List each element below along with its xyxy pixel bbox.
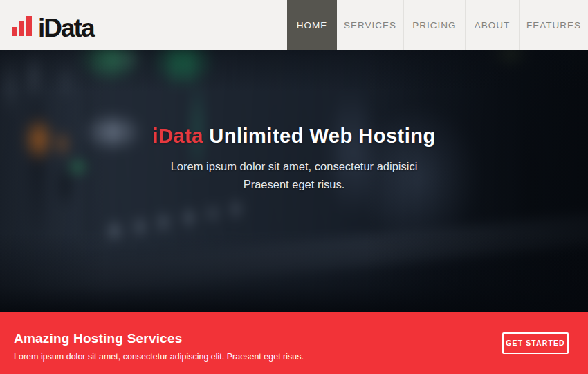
get-started-button[interactable]: GET STARTED	[502, 332, 569, 354]
hero-title-highlight: iData	[152, 125, 203, 147]
hero-subtitle-line1: Lorem ipsum dolor sit amet, consectetur …	[171, 160, 418, 172]
hero-subtitle-line2: Praesent eget risus.	[244, 178, 345, 190]
cta-banner: Amazing Hosting Services Lorem ipsum dol…	[0, 312, 588, 374]
main-nav: HOME SERVICES PRICING ABOUT FEATURES	[287, 0, 588, 50]
cta-text: Lorem ipsum dolor sit amet, consectetur …	[14, 352, 304, 362]
hero-content: iData Unlimited Web Hosting Lorem ipsum …	[0, 50, 588, 193]
hero-title-rest: Unlimited Web Hosting	[209, 125, 435, 147]
nav-item-services[interactable]: SERVICES	[337, 0, 403, 50]
nav-item-pricing[interactable]: PRICING	[403, 0, 465, 50]
nav-item-features[interactable]: FEATURES	[519, 0, 588, 50]
nav-item-about[interactable]: ABOUT	[465, 0, 519, 50]
cta-heading: Amazing Hosting Services	[14, 331, 304, 346]
site-header: iData HOME SERVICES PRICING ABOUT FEATUR…	[0, 0, 588, 50]
bar-chart-icon	[12, 16, 32, 36]
hero-subtitle: Lorem ipsum dolor sit amet, consectetur …	[0, 157, 588, 193]
cta-copy: Amazing Hosting Services Lorem ipsum dol…	[14, 324, 304, 362]
hero-section: iData Unlimited Web Hosting Lorem ipsum …	[0, 50, 588, 312]
nav-item-home[interactable]: HOME	[287, 0, 337, 50]
brand-name: iData	[38, 15, 93, 41]
hero-title: iData Unlimited Web Hosting	[0, 125, 588, 148]
brand-logo[interactable]: iData	[0, 0, 93, 50]
